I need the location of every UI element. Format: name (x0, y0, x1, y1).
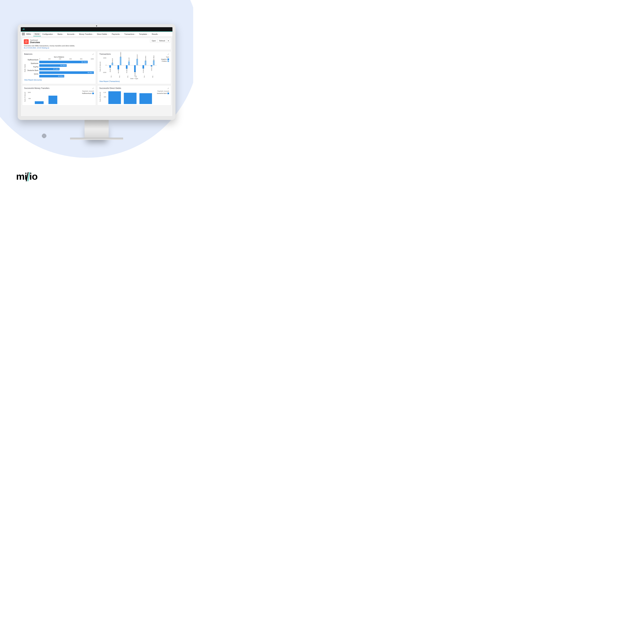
y-tick: 200K (103, 57, 106, 59)
direct-debits-title: Successful Direct Debits (99, 87, 169, 89)
header-more-dropdown[interactable]: ▾ (167, 39, 170, 43)
y-tick: 160K (28, 92, 31, 93)
page-description: Overview over Millio transactions, money… (24, 45, 169, 47)
smt-y-title: Sum of Amount (24, 92, 26, 102)
bar-value-label: 50.230,5 (60, 65, 66, 66)
nav-item-direct-debits[interactable]: Direct Debits⌄ (95, 32, 110, 36)
bar-group: -25.311,8106.768,8 (149, 56, 157, 74)
legend-item: Deutsche Bank (153, 93, 169, 94)
bar-value-label: -53.687,9 (109, 67, 111, 72)
x-tick: 60K (69, 58, 72, 60)
expand-icon[interactable] (92, 87, 95, 89)
legend-item: Raiffeisenbank (78, 93, 94, 94)
chevron-down-icon: ⌄ (135, 33, 136, 35)
bar-value-label: 139.223,7 (137, 54, 138, 59)
x-tick: 0 (39, 58, 40, 60)
bar (48, 96, 57, 104)
category-label: Sparkasse (26, 62, 38, 65)
dashboard-gauge-icon (24, 39, 29, 44)
app-launcher-icon[interactable] (22, 33, 25, 36)
bar: -93.229 (118, 65, 119, 69)
legend-item-negative: Negative (158, 58, 169, 60)
main-nav: Millio HomeConfiguration⌄Banks⌄Accounts⌄… (21, 32, 172, 37)
balances-card: Balances Sum of Balance Bank: Name Raiff… (22, 51, 96, 84)
millio-logo: miio (16, 171, 38, 182)
bar-row: 45.833,2 (39, 74, 94, 78)
x-tick: 20K (48, 58, 51, 60)
bar-group: -75.243,1100.344,5 (140, 56, 149, 74)
nav-item-accounts[interactable]: Accounts⌄ (66, 32, 78, 36)
category-label: PayPal (26, 65, 38, 69)
nav-item-money-transfers[interactable]: Money Transfers⌄ (78, 32, 95, 36)
monitor-base (70, 138, 123, 140)
bar-value-label: -25.311,8 (151, 66, 152, 71)
chevron-down-icon: ⌄ (93, 33, 94, 35)
chevron-down-icon: ⌄ (108, 33, 109, 35)
direct-debits-card: Successful Direct Debits Sum of Amount 1… (97, 85, 171, 105)
bar: 45.833,2 (39, 75, 64, 77)
transactions-y-title: Sum of Amount (99, 62, 101, 72)
nav-item-transactions[interactable]: Transactions⌄ (123, 32, 138, 36)
legend-title: Payment: Account (78, 90, 94, 92)
transactions-x-title: Date > Type (99, 78, 169, 79)
y-tick: -200K (103, 72, 106, 73)
bar: 99.982,7 (39, 71, 94, 74)
expand-icon[interactable] (92, 53, 95, 55)
bar: 86.297 (128, 61, 130, 65)
bar-value-label: -75.243,1 (142, 68, 144, 73)
x-tick: 100K (91, 58, 94, 60)
app-top-bar: ıl/ı (21, 27, 172, 31)
bar (139, 93, 152, 104)
balances-y-title: Bank: Name (24, 64, 26, 72)
bar: 50.230,5 (39, 64, 67, 67)
transactions-card: Transactions Sum of Amount 200K 0 -200K (97, 51, 171, 84)
nav-item-payments[interactable]: Payments⌄ (110, 32, 123, 36)
refresh-button[interactable]: Refresh (158, 39, 167, 43)
bar (35, 101, 44, 104)
nav-item-banks[interactable]: Banks⌄ (56, 32, 66, 36)
chevron-down-icon: ⌄ (75, 33, 76, 35)
transactions-title: Transactions (99, 53, 169, 55)
bar-value-label: 106.768,8 (153, 56, 155, 61)
expand-icon[interactable] (167, 53, 170, 55)
bar-value-label: 100.344,5 (145, 56, 146, 61)
bar-value-label: 37.140,0 (53, 68, 59, 70)
legend-title: Type (158, 56, 169, 58)
balances-title: Balances (24, 53, 94, 55)
nav-item-configuration[interactable]: Configuration⌄ (41, 32, 56, 36)
bar: 106.768,8 (153, 60, 155, 65)
app-name: Millio (26, 33, 31, 35)
chevron-down-icon: ⌄ (53, 33, 55, 35)
view-report-accounts-link[interactable]: View Report (Accounts) (24, 79, 42, 81)
bar: 100.344,5 (145, 61, 146, 65)
swatch-icon (167, 60, 169, 62)
bar: -75.243,1 (142, 65, 144, 69)
open-button[interactable]: Open (150, 39, 158, 43)
view-report-transactions-link[interactable]: View Report (Transactions) (99, 80, 120, 82)
bar-row: 50.230,5 (39, 64, 94, 67)
breadcrumb: Dashboard (30, 39, 40, 41)
expand-icon[interactable] (167, 87, 170, 89)
nav-item-templates[interactable]: Templates⌄ (138, 32, 150, 36)
chevron-down-icon: ⌄ (120, 33, 121, 35)
bar-value-label: 86.297 (128, 57, 130, 61)
device-mockup: ıl/ı Millio HomeConfiguration⌄Banks⌄Acco… (18, 24, 175, 140)
page-title: Overview (30, 41, 40, 44)
category-label: Deutsche Bank (26, 69, 38, 72)
bar-group: -154.823,9139.223,7 (132, 56, 140, 74)
bar (108, 91, 121, 104)
y-tick: 0 (106, 64, 106, 66)
bar: 184.439,9 (120, 57, 121, 65)
bar-group: -78.438,486.297 (124, 56, 132, 74)
legend-title: Payment: Account (153, 90, 169, 92)
bar: -53.687,9 (109, 65, 111, 68)
bar-value-label: 54.823,5 (112, 58, 113, 63)
bar (124, 93, 136, 104)
bar: 37.140,0 (39, 68, 60, 70)
x-group-label: Nov… (115, 74, 124, 77)
nav-item-results[interactable]: Results⌄ (150, 32, 161, 36)
nav-item-home[interactable]: Home (33, 32, 41, 36)
chevron-down-icon: ⌄ (158, 33, 159, 35)
x-group-label: Oct… (107, 74, 115, 77)
bar-row: 37.140,0 (39, 67, 94, 71)
